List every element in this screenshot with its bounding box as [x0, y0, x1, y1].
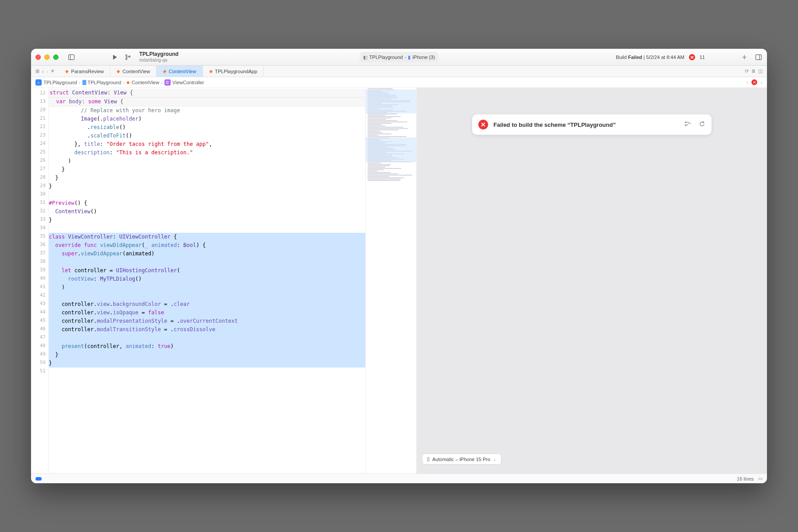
swift-icon: ◆: [65, 69, 69, 74]
scheme-device: iPhone (3): [412, 55, 435, 60]
adjust-editor-icon[interactable]: ≣: [751, 68, 755, 74]
svg-point-11: [685, 125, 686, 125]
swift-icon: ◆: [209, 69, 213, 74]
sidebar-toggle-icon[interactable]: [66, 52, 76, 62]
build-status[interactable]: Build Failed | 5/2/24 at 8:44 AM ✕ 11: [616, 49, 705, 66]
tab-contentview-1[interactable]: ◆ContentView: [110, 66, 156, 77]
tab-label: ParamsReview: [71, 69, 104, 74]
build-status-prefix: Build: [616, 55, 628, 60]
tab-controls: ⊞ ‹ › ✕: [31, 66, 59, 77]
inline-error-icon[interactable]: ✕: [751, 79, 757, 85]
scheme-selector[interactable]: ◧ TPLPlayground › ▮ iPhone (3): [360, 52, 438, 63]
minimize-icon[interactable]: [44, 55, 50, 60]
phone-icon: ▯: [427, 456, 430, 462]
diagnostics-icon[interactable]: [685, 121, 692, 129]
device-label: Automatic – iPhone 15 Pro: [432, 457, 490, 462]
bc-folder: TPLPlayground: [88, 80, 121, 85]
split-editor-icon[interactable]: ◫: [758, 68, 763, 74]
error-count: 11: [700, 55, 705, 60]
build-status-suffix: | 5/2/24 at 8:44 AM: [642, 55, 685, 60]
library-toggle-icon[interactable]: [754, 52, 763, 62]
run-button[interactable]: [110, 52, 120, 62]
titlebar-right: [739, 52, 763, 62]
bc-file: ContentView: [132, 80, 159, 85]
device-selector[interactable]: ▯ Automatic – iPhone 15 Pro ⌄: [422, 454, 501, 465]
project-title: TPLPlayground mda/dialog-qa: [139, 51, 179, 62]
back-button[interactable]: ‹: [42, 69, 44, 74]
code-area[interactable]: struct ContentView: View { var body: som…: [49, 88, 365, 473]
error-message: Failed to build the scheme “TPLPlaygroun…: [493, 121, 616, 128]
preview-canvas: ✕ Failed to build the scheme “TPLPlaygro…: [417, 88, 767, 473]
tab-label: TPLPlaygroundApp: [215, 69, 257, 74]
tab-bar: ⊞ ‹ › ✕ ◆ParamsReview◆ContentView◆Conten…: [31, 66, 767, 77]
xcode-window: TPLPlayground mda/dialog-qa ◧ TPLPlaygro…: [31, 49, 767, 483]
branch-name: mda/dialog-qa: [139, 58, 179, 63]
tab-contentview-2[interactable]: ◆ContentView: [156, 66, 203, 77]
tab-label: ContentView: [168, 69, 196, 74]
build-status-bold: Failed: [628, 55, 642, 60]
project-name: TPLPlayground: [139, 51, 179, 57]
add-button[interactable]: [739, 52, 749, 62]
minimap[interactable]: [365, 88, 416, 473]
tab-paramsreview-0[interactable]: ◆ParamsReview: [59, 66, 110, 77]
svg-point-10: [685, 122, 686, 123]
swift-icon: ◆: [117, 69, 120, 74]
svg-marker-2: [113, 55, 117, 59]
gutter: 1213202122232425262728293031323334353637…: [31, 88, 49, 473]
close-tab-icon[interactable]: ✕: [51, 68, 55, 74]
line-count: 16 lines: [737, 476, 754, 481]
tab-tplplaygroundapp-3[interactable]: ◆TPLPlaygroundApp: [203, 66, 264, 77]
titlebar: TPLPlayground mda/dialog-qa ◧ TPLPlaygro…: [31, 49, 767, 66]
scheme-app: TPLPlayground: [369, 55, 403, 60]
next-issue-icon[interactable]: ›: [761, 80, 763, 85]
swift-icon: ◆: [163, 69, 166, 74]
retry-icon[interactable]: [699, 121, 705, 129]
swift-icon: ◆: [126, 80, 130, 85]
close-icon[interactable]: [35, 55, 41, 60]
breadcrumb[interactable]: ⌂ TPLPlayground › ▇ TPLPlayground › ◆ Co…: [31, 77, 767, 88]
status-bar: 16 lines ▭: [31, 473, 767, 483]
svg-point-4: [125, 58, 127, 59]
folder-icon: ▇: [82, 79, 86, 85]
chevron-down-icon: ⌄: [493, 457, 497, 462]
class-icon: C: [164, 79, 171, 86]
svg-point-3: [125, 55, 127, 56]
refresh-icon[interactable]: ⟳: [745, 68, 749, 74]
bc-symbol: ViewController: [172, 80, 204, 85]
app-icon: ⌂: [35, 79, 42, 86]
debug-area-toggle-icon[interactable]: ▭: [758, 476, 763, 481]
build-error-card: ✕ Failed to build the scheme “TPLPlaygro…: [472, 114, 712, 135]
svg-rect-8: [756, 55, 762, 59]
prev-issue-icon[interactable]: ‹: [747, 80, 748, 85]
editor: 1213202122232425262728293031323334353637…: [31, 88, 417, 473]
branch-icon[interactable]: [123, 52, 133, 62]
bc-app: TPLPlayground: [43, 80, 77, 85]
error-icon: ✕: [478, 120, 488, 129]
related-items-icon[interactable]: ⊞: [35, 68, 39, 74]
tab-label: ContentView: [122, 69, 150, 74]
maximize-icon[interactable]: [53, 55, 59, 60]
window-controls: [35, 55, 59, 60]
forward-button[interactable]: ›: [47, 69, 48, 74]
error-badge-icon: ✕: [689, 54, 695, 60]
status-indicator[interactable]: [35, 477, 42, 481]
main: 1213202122232425262728293031323334353637…: [31, 88, 767, 473]
svg-rect-0: [69, 55, 74, 59]
